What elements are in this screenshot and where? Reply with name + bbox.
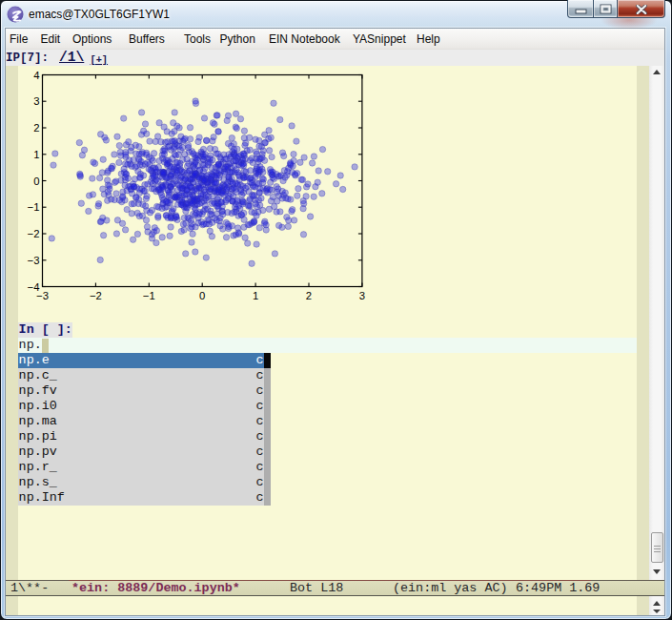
svg-text:2: 2: [306, 290, 312, 301]
svg-text:2: 2: [33, 122, 39, 134]
svg-text:−1: −1: [28, 201, 40, 213]
svg-text:1: 1: [253, 290, 258, 301]
svg-text:−2: −2: [28, 228, 40, 239]
svg-text:1: 1: [33, 149, 39, 160]
svg-text:−3: −3: [36, 290, 49, 301]
svg-text:−2: −2: [90, 290, 102, 301]
svg-text:−1: −1: [143, 290, 155, 301]
svg-text:4: 4: [33, 70, 39, 81]
svg-text:3: 3: [359, 290, 365, 301]
svg-text:3: 3: [33, 95, 39, 107]
svg-text:−3: −3: [28, 255, 40, 266]
svg-text:0: 0: [33, 176, 39, 187]
svg-text:0: 0: [199, 290, 205, 301]
